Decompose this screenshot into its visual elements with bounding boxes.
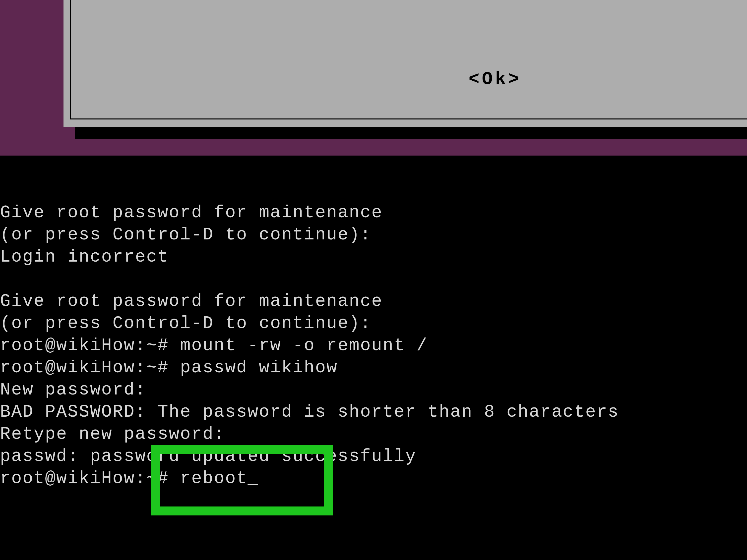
terminal-command: reboot: [180, 469, 248, 488]
terminal-line: Login incorrect: [0, 247, 169, 267]
ok-button[interactable]: <Ok>: [469, 69, 522, 89]
terminal-line: (or press Control-D to continue):: [0, 225, 371, 245]
terminal-line: passwd: password updated successfully: [0, 447, 417, 466]
terminal-line: root@wikiHow:~# passwd wikihow: [0, 358, 338, 378]
terminal-output[interactable]: Give root password for maintenance (or p…: [0, 202, 747, 489]
terminal-line: New password:: [0, 380, 147, 400]
cursor-icon: _: [248, 468, 259, 489]
terminal-line: Give root password for maintenance: [0, 291, 383, 311]
terminal-line: Give root password for maintenance: [0, 203, 383, 222]
terminal-prompt: root@wikiHow:~#: [0, 469, 180, 488]
terminal-line: BAD PASSWORD: The password is shorter th…: [0, 402, 619, 422]
terminal-line: root@wikiHow:~# mount -rw -o remount /: [0, 336, 428, 355]
terminal-line: Retype new password:: [0, 424, 225, 444]
dialog-inner: [72, 0, 747, 117]
terminal-line: (or press Control-D to continue):: [0, 314, 371, 333]
